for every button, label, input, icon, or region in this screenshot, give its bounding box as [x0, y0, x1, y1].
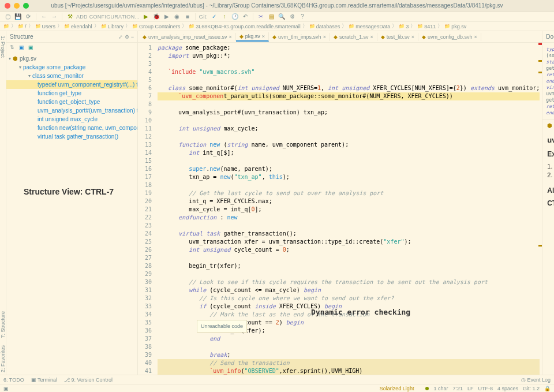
- close-icon[interactable]: ×: [370, 34, 373, 40]
- maximize-button[interactable]: [23, 3, 29, 9]
- line-number: 23: [138, 222, 152, 230]
- code-line: `include "uvm_macros.svh": [158, 68, 540, 76]
- status-line-sep[interactable]: LF: [467, 386, 474, 391]
- help-icon[interactable]: ?: [298, 13, 306, 21]
- tree-item[interactable]: function get_object_type: [6, 98, 137, 106]
- file-icon: ◆: [422, 34, 426, 40]
- paste-icon[interactable]: ▤: [267, 13, 275, 21]
- status-indent[interactable]: 4 spaces: [497, 386, 518, 391]
- breadcrumb-item[interactable]: 📁databases: [309, 24, 340, 29]
- git-update-icon[interactable]: ✓: [210, 13, 218, 21]
- stop-icon[interactable]: ■: [184, 13, 192, 21]
- tree-root[interactable]: ▾ ⬢ pkg.sv: [6, 54, 137, 63]
- coverage-icon[interactable]: ▶: [163, 13, 171, 21]
- status-encoding[interactable]: UTF-8: [478, 386, 493, 391]
- code-line: int_q = XFER_CYCLES.max;: [158, 197, 540, 206]
- sort-alpha-icon[interactable]: ⇅: [10, 44, 17, 51]
- breadcrumb-item[interactable]: 📁3: [399, 24, 409, 29]
- gear-icon[interactable]: ⚙: [125, 34, 129, 40]
- folder-icon: 📁: [309, 24, 315, 29]
- close-icon[interactable]: ×: [474, 34, 477, 40]
- line-number: 36: [138, 327, 152, 335]
- breadcrumb-item[interactable]: 📁Library: [101, 24, 124, 29]
- tree-item[interactable]: int unsigned max_cycle: [6, 115, 137, 124]
- tree-item[interactable]: ▾package some_package: [6, 63, 137, 72]
- breadcrumb-root[interactable]: 📁: [3, 24, 9, 29]
- close-icon[interactable]: ×: [229, 34, 232, 40]
- back-icon[interactable]: ←: [40, 13, 48, 21]
- chevron-right-icon: 〉: [182, 23, 187, 30]
- doc-alt-1: Alternatively use: [547, 186, 554, 195]
- code-line: begin_tr(xfer);: [158, 262, 540, 270]
- breadcrumb-item[interactable]: 📁/: [18, 24, 27, 29]
- filter-icon[interactable]: ▣: [19, 44, 26, 51]
- tree-item[interactable]: ▾class some_monitor: [6, 72, 137, 80]
- line-number: 1: [138, 44, 152, 52]
- cut-icon[interactable]: ✂: [257, 13, 265, 21]
- breadcrumb-item[interactable]: 📁pkg.sv: [444, 24, 466, 29]
- breadcrumb-item[interactable]: 📁messagesData: [349, 24, 390, 29]
- open-icon[interactable]: ▢: [3, 13, 12, 21]
- hammer-icon[interactable]: ⚒: [66, 13, 74, 21]
- chevron-right-icon: 〉: [302, 23, 308, 30]
- tree-item[interactable]: function new(string name, uvm_component …: [6, 124, 137, 132]
- breadcrumb-item[interactable]: 📁ekendahl: [64, 24, 92, 29]
- search-icon[interactable]: 🔍: [278, 13, 286, 21]
- editor-tab[interactable]: ◆pkg.sv×: [236, 32, 269, 42]
- editor-tab[interactable]: ◆test_lib.sv×: [377, 33, 418, 41]
- line-number: 34: [138, 311, 152, 319]
- refresh-icon[interactable]: ⟳: [24, 13, 32, 21]
- favorites-tool-button[interactable]: 2: Favorites: [0, 343, 6, 375]
- breadcrumb-item[interactable]: 📁8411: [417, 24, 436, 29]
- close-button[interactable]: [5, 3, 10, 9]
- close-icon[interactable]: ×: [262, 33, 265, 39]
- move-icon[interactable]: ⤢: [118, 34, 123, 40]
- hide-icon[interactable]: −: [131, 34, 134, 40]
- status-theme[interactable]: Solarized Light: [380, 386, 414, 391]
- breadcrumb-item[interactable]: 📁Users: [35, 24, 56, 29]
- error-stripe[interactable]: [538, 43, 542, 375]
- editor-tab[interactable]: ◆uvm_config_db.svh×: [418, 33, 481, 41]
- expand-icon[interactable]: ▣: [28, 44, 35, 51]
- close-icon[interactable]: ×: [323, 34, 326, 40]
- editor-tab[interactable]: ◆uvm_analysis_imp_reset_issue.sv×: [139, 33, 236, 41]
- forward-icon[interactable]: →: [50, 13, 58, 21]
- close-icon[interactable]: ×: [411, 34, 414, 40]
- line-number: 39: [138, 351, 152, 359]
- vcs-button[interactable]: ⎇ 9: Version Control: [64, 377, 113, 383]
- editor-tab[interactable]: ◆uvm_tlm_imps.svh×: [269, 33, 330, 41]
- settings-icon[interactable]: ⚙: [288, 13, 296, 21]
- breadcrumb-item[interactable]: 📁Group Containers: [132, 24, 180, 29]
- editor-tab[interactable]: ◆scratch_1.sv×: [330, 33, 377, 41]
- line-number: 16: [138, 165, 152, 173]
- structure-tool-button[interactable]: 7: Structure: [0, 309, 6, 341]
- project-tool-button[interactable]: 1: Project: [0, 33, 6, 60]
- status-git[interactable]: Git: 1.2: [523, 386, 540, 391]
- run-icon[interactable]: ▶: [142, 13, 150, 21]
- lock-icon[interactable]: 🔒: [544, 386, 551, 391]
- tree-item[interactable]: typedef uvm_component_registry#(...) typ…: [6, 80, 137, 89]
- status-indicator-icon: [425, 387, 429, 390]
- git-rollback-icon[interactable]: ↶: [241, 13, 249, 21]
- git-history-icon[interactable]: 🕐: [231, 13, 239, 21]
- tree-item[interactable]: uvm_analysis_port#(uvm_transaction) txn_…: [6, 106, 137, 115]
- breadcrumb-item[interactable]: 📁3L68KQB4HG.group.com.readdle.smartemail: [189, 24, 301, 29]
- tree-item[interactable]: virtual task gather_transaction(): [6, 132, 137, 141]
- terminal-button[interactable]: ▣ Terminal: [31, 377, 57, 383]
- minimize-button[interactable]: [14, 3, 20, 9]
- status-icon[interactable]: ▣: [3, 386, 9, 391]
- code-editor[interactable]: package some_package; import uvm_pkg::*;…: [155, 43, 542, 375]
- save-icon[interactable]: 💾: [14, 13, 22, 21]
- folder-icon: 📁: [417, 24, 423, 29]
- profile-icon[interactable]: ◉: [173, 13, 181, 21]
- debug-icon[interactable]: 🐞: [152, 13, 160, 21]
- status-position[interactable]: 7:21: [452, 386, 463, 391]
- todo-button[interactable]: 6: TODO: [3, 377, 24, 383]
- code-line: max_cycle = int_q[0];: [158, 206, 540, 214]
- code-line: [158, 100, 540, 109]
- tree-item[interactable]: function get_type: [6, 89, 137, 98]
- add-configuration-button[interactable]: ADD CONFIGURATION...: [76, 14, 140, 20]
- code-line: super.new(name, parent);: [158, 165, 540, 173]
- git-commit-icon[interactable]: ↑: [220, 13, 229, 21]
- event-log-button[interactable]: ◷ Event Log: [521, 377, 551, 383]
